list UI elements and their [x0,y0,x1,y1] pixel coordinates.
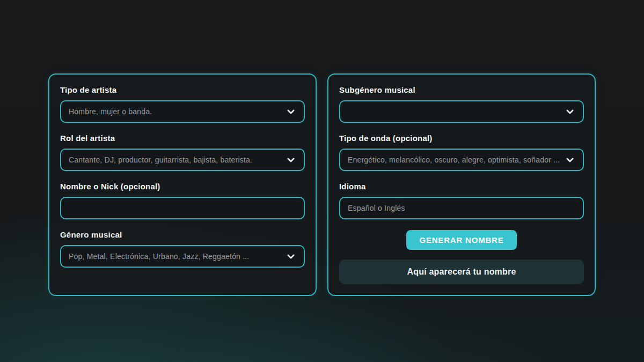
language-input[interactable] [339,197,584,219]
nickname-group: Nombre o Nick (opcional) [60,182,305,219]
chevron-down-icon [286,251,296,262]
subgenre-select[interactable] [339,100,584,123]
genre-placeholder: Pop, Metal, Electrónica, Urbano, Jazz, R… [69,252,281,261]
artist-type-placeholder: Hombre, mujer o banda. [69,107,281,116]
generated-name-result: Aquí aparecerá tu nombre [339,260,584,284]
chevron-down-icon [565,106,575,117]
generate-name-button[interactable]: GENERAR NOMBRE [406,230,516,250]
artist-role-group: Rol del artista Cantante, DJ, productor,… [60,134,305,171]
vibe-select[interactable]: Energético, melancólico, oscuro, alegre,… [339,149,584,171]
right-form-card: Subgénero musical Tipo de onda (opcional… [327,73,596,296]
vibe-placeholder: Energético, melancólico, oscuro, alegre,… [348,156,560,164]
language-group: Idioma [339,182,584,219]
nickname-input[interactable] [60,197,305,219]
nickname-label: Nombre o Nick (opcional) [60,182,305,191]
subgenre-label: Subgénero musical [339,85,584,95]
genre-label: Género musical [60,230,305,240]
genre-select[interactable]: Pop, Metal, Electrónica, Urbano, Jazz, R… [60,245,305,268]
chevron-down-icon [286,106,296,117]
chevron-down-icon [565,154,575,165]
artist-type-label: Tipo de artista [60,85,305,95]
artist-name-generator: Tipo de artista Hombre, mujer o banda. R… [0,0,644,296]
vibe-group: Tipo de onda (opcional) Energético, mela… [339,134,584,171]
subgenre-group: Subgénero musical [339,85,584,123]
artist-type-group: Tipo de artista Hombre, mujer o banda. [60,85,305,123]
artist-role-label: Rol del artista [60,134,305,143]
artist-role-placeholder: Cantante, DJ, productor, guitarrista, ba… [69,156,281,164]
artist-type-select[interactable]: Hombre, mujer o banda. [60,100,305,123]
chevron-down-icon [286,154,296,165]
generate-button-row: GENERAR NOMBRE [339,230,584,250]
vibe-label: Tipo de onda (opcional) [339,134,584,143]
language-label: Idioma [339,182,584,191]
genre-group: Género musical Pop, Metal, Electrónica, … [60,230,305,268]
artist-role-select[interactable]: Cantante, DJ, productor, guitarrista, ba… [60,149,305,171]
left-form-card: Tipo de artista Hombre, mujer o banda. R… [48,73,317,296]
